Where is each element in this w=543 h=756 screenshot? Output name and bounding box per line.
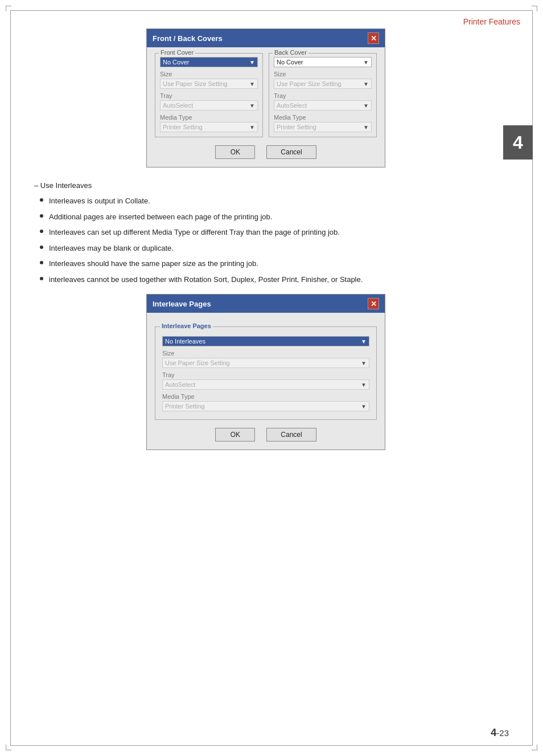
bullet-icon <box>40 198 43 202</box>
list-item: Interleaves can set up different Media T… <box>34 227 497 238</box>
back-cover-media-value: Printer Setting <box>277 124 316 130</box>
front-back-covers-columns: Front Cover No Cover ▼ Size Use Paper Si… <box>155 53 377 137</box>
back-cover-size-arrow-icon: ▼ <box>363 81 369 87</box>
interleave-cancel-button[interactable]: Cancel <box>266 428 316 442</box>
interleave-size-label: Size <box>162 350 369 357</box>
page-footer: 4-23 <box>491 727 509 739</box>
bullet-text: Interleaves can set up different Media T… <box>49 227 340 238</box>
front-cover-media-select[interactable]: Printer Setting ▼ <box>160 122 258 132</box>
front-cover-size-select[interactable]: Use Paper Size Setting ▼ <box>160 79 258 89</box>
bullet-text: Interleaves may be blank or duplicate. <box>49 243 174 254</box>
interleave-pages-body: Interleave Pages No Interleaves ▼ Size U… <box>147 313 385 449</box>
back-cover-size-select[interactable]: Use Paper Size Setting ▼ <box>274 79 372 89</box>
interleave-tray-select[interactable]: AutoSelect ▼ <box>162 379 369 390</box>
front-cover-media-value: Printer Setting <box>163 124 203 130</box>
front-cover-select[interactable]: No Cover ▼ <box>160 57 258 67</box>
front-cover-legend: Front Cover <box>159 49 195 56</box>
front-back-covers-body: Front Cover No Cover ▼ Size Use Paper Si… <box>147 47 385 167</box>
back-cover-tray-label: Tray <box>274 92 372 99</box>
interleave-tray-arrow-icon: ▼ <box>361 382 367 388</box>
interleave-pages-inner: Interleave Pages No Interleaves ▼ Size U… <box>155 318 377 442</box>
interleave-group-legend: Interleave Pages <box>160 322 213 329</box>
bullet-text: interleaves cannot be used together with… <box>49 274 363 285</box>
chapter-number: 4 <box>513 132 523 153</box>
interleave-size-arrow-icon: ▼ <box>361 360 367 366</box>
front-cover-tray-arrow-icon: ▼ <box>249 103 255 109</box>
front-cover-group: Front Cover No Cover ▼ Size Use Paper Si… <box>155 53 263 137</box>
list-item: interleaves cannot be used together with… <box>34 274 497 285</box>
interleave-tray-value: AutoSelect <box>165 381 195 388</box>
bullet-text: Interleaves is output in Collate. <box>49 195 150 207</box>
list-item: Additional pages are inserted between ea… <box>34 211 497 223</box>
bullet-icon <box>40 230 43 233</box>
back-cover-arrow-icon: ▼ <box>363 59 369 66</box>
front-cover-size-arrow-icon: ▼ <box>249 81 255 87</box>
back-cover-media-label: Media Type <box>274 114 372 121</box>
front-back-covers-close-button[interactable]: ✕ <box>368 32 379 44</box>
back-cover-tray-select[interactable]: AutoSelect ▼ <box>274 100 372 111</box>
back-cover-select[interactable]: No Cover ▼ <box>274 57 372 67</box>
bullet-list: Interleaves is output in Collate. Additi… <box>34 195 497 285</box>
chapter-tab: 4 <box>503 125 533 160</box>
bullet-text: Interleaves should have the same paper s… <box>49 258 258 269</box>
interleave-value: No Interleaves <box>165 338 205 345</box>
page-header: Printer Features <box>463 17 520 26</box>
bullet-icon <box>40 246 43 249</box>
front-cover-size-label: Size <box>160 71 258 77</box>
footer-page: 23 <box>499 728 509 738</box>
interleave-tray-label: Tray <box>162 371 369 378</box>
front-cover-media-arrow-icon: ▼ <box>249 124 255 130</box>
footer-chapter: 4 <box>491 727 496 738</box>
back-cover-size-value: Use Paper Size Setting <box>277 80 342 87</box>
interleave-ok-button[interactable]: OK <box>215 428 255 442</box>
section-header: – Use Interleaves <box>34 181 497 190</box>
back-cover-value: No Cover <box>277 59 303 66</box>
interleave-group: Interleave Pages No Interleaves ▼ Size U… <box>155 326 377 420</box>
front-back-covers-buttons: OK Cancel <box>155 145 377 159</box>
front-cover-tray-value: AutoSelect <box>163 102 193 109</box>
front-cover-tray-select[interactable]: AutoSelect ▼ <box>160 100 258 111</box>
interleave-pages-dialog: Interleave Pages ✕ Interleave Pages No I… <box>146 294 385 450</box>
interleave-media-select[interactable]: Printer Setting ▼ <box>162 401 369 411</box>
bullet-icon <box>40 277 43 280</box>
interleave-size-value: Use Paper Size Setting <box>165 359 230 366</box>
list-item: Interleaves may be blank or duplicate. <box>34 243 497 254</box>
front-back-covers-dialog: Front / Back Covers ✕ Front Cover No Cov… <box>146 28 385 167</box>
back-cover-legend: Back Cover <box>273 49 308 56</box>
interleave-pages-title: Interleave Pages <box>153 300 211 308</box>
front-cover-media-label: Media Type <box>160 114 258 121</box>
bullet-icon <box>40 261 43 264</box>
back-cover-size-label: Size <box>274 71 372 77</box>
bullet-icon <box>40 214 43 218</box>
front-back-covers-title: Front / Back Covers <box>153 34 223 43</box>
header-title: Printer Features <box>463 17 520 26</box>
front-cover-arrow-icon: ▼ <box>249 59 255 66</box>
interleave-media-value: Printer Setting <box>165 403 205 410</box>
list-item: Interleaves is output in Collate. <box>34 195 497 207</box>
back-cover-media-select[interactable]: Printer Setting ▼ <box>274 122 372 132</box>
interleave-buttons: OK Cancel <box>155 428 377 442</box>
interleave-pages-close-button[interactable]: ✕ <box>368 298 379 309</box>
interleave-select[interactable]: No Interleaves ▼ <box>162 336 369 346</box>
front-cover-tray-label: Tray <box>160 92 258 99</box>
interleave-pages-title-bar: Interleave Pages ✕ <box>147 295 385 313</box>
front-back-ok-button[interactable]: OK <box>215 145 255 159</box>
list-item: Interleaves should have the same paper s… <box>34 258 497 269</box>
front-back-cancel-button[interactable]: Cancel <box>266 145 316 159</box>
interleave-size-select[interactable]: Use Paper Size Setting ▼ <box>162 358 369 368</box>
interleave-media-arrow-icon: ▼ <box>361 403 367 410</box>
front-cover-value: No Cover <box>163 59 189 66</box>
front-back-covers-title-bar: Front / Back Covers ✕ <box>147 29 385 47</box>
interleave-arrow-icon: ▼ <box>361 338 367 345</box>
front-cover-size-value: Use Paper Size Setting <box>163 80 228 87</box>
back-cover-media-arrow-icon: ▼ <box>363 124 369 130</box>
bullet-text: Additional pages are inserted between ea… <box>49 211 272 223</box>
back-cover-tray-value: AutoSelect <box>277 102 307 109</box>
back-cover-tray-arrow-icon: ▼ <box>363 103 369 109</box>
back-cover-group: Back Cover No Cover ▼ Size Use Paper Siz… <box>269 53 377 137</box>
interleave-media-label: Media Type <box>162 393 369 400</box>
